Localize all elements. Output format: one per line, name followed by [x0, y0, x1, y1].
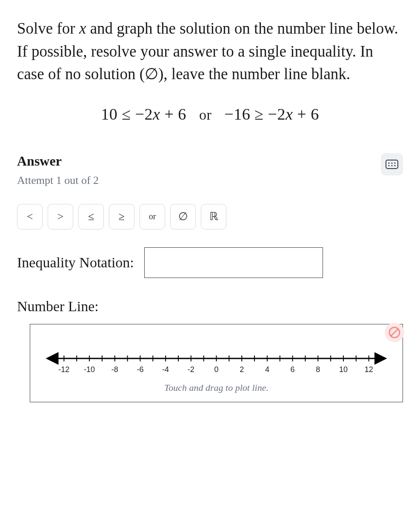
- inequality-label: Inequality Notation:: [17, 255, 134, 271]
- eq-part1: 10 ≤ −2: [101, 105, 153, 123]
- question-text: Solve for x and graph the solution on th…: [17, 17, 403, 86]
- eq-mid2: + 6: [293, 105, 319, 123]
- no-entry-icon: [388, 326, 401, 339]
- number-line-canvas[interactable]: -12-10-8-6-4-2024681012: [34, 341, 398, 380]
- eq-part2: −16 ≥ −2: [224, 105, 286, 123]
- reals-label: ℝ: [209, 210, 218, 223]
- attempt-counter: Attempt 1 out of 2: [17, 174, 99, 187]
- clear-number-line-button[interactable]: [385, 323, 404, 342]
- svg-point-1: [388, 162, 389, 163]
- greater-than-button[interactable]: >: [48, 204, 73, 229]
- svg-point-6: [394, 165, 395, 166]
- eq-or: or: [199, 107, 211, 123]
- tick-label: 10: [339, 365, 348, 374]
- gt-label: >: [57, 210, 64, 223]
- less-than-button[interactable]: <: [17, 204, 43, 229]
- answer-title: Answer: [17, 153, 99, 169]
- keypad-icon: [386, 160, 398, 169]
- eq-mid1: + 6: [160, 105, 186, 123]
- svg-line-8: [391, 329, 398, 336]
- tick-label: 0: [214, 365, 218, 374]
- inequality-row: Inequality Notation:: [17, 247, 403, 278]
- number-line-label: Number Line:: [17, 298, 403, 315]
- or-label: or: [149, 212, 156, 221]
- lt-label: <: [27, 210, 33, 223]
- tick-label: -6: [137, 365, 143, 374]
- ge-label: ≥: [119, 210, 125, 223]
- le-label: ≤: [88, 210, 94, 223]
- tick-label: 12: [365, 365, 373, 374]
- svg-point-2: [391, 162, 392, 163]
- less-equal-button[interactable]: ≤: [78, 204, 104, 229]
- tick-label: -12: [58, 365, 69, 374]
- number-line-frame: -12-10-8-6-4-2024681012 Touch and drag t…: [30, 324, 403, 402]
- eq-var2: x: [286, 105, 293, 123]
- svg-rect-0: [386, 160, 398, 169]
- reals-button[interactable]: ℝ: [201, 204, 226, 229]
- tick-label: 2: [240, 365, 244, 374]
- svg-point-3: [394, 162, 395, 163]
- tick-label: -10: [84, 365, 95, 374]
- greater-equal-button[interactable]: ≥: [109, 204, 134, 229]
- tick-label: -4: [162, 365, 169, 374]
- question-var-x: x: [79, 20, 86, 37]
- tick-label: -8: [111, 365, 118, 374]
- number-line-caption: Touch and drag to plot line.: [34, 382, 398, 393]
- keypad-button[interactable]: [381, 153, 403, 175]
- tick-label: 6: [291, 365, 295, 374]
- svg-point-4: [388, 165, 389, 166]
- symbol-toolbar: < > ≤ ≥ or ∅ ℝ: [17, 204, 403, 229]
- answer-header: Answer Attempt 1 out of 2: [17, 153, 403, 204]
- tick-label: 8: [316, 365, 320, 374]
- inequality-input[interactable]: [144, 247, 323, 278]
- eq-var1: x: [153, 105, 160, 123]
- equation: 10 ≤ −2x + 6 or −16 ≥ −2x + 6: [17, 105, 403, 123]
- question-pre: Solve for: [17, 20, 79, 37]
- or-button[interactable]: or: [140, 204, 165, 229]
- empty-set-button[interactable]: ∅: [170, 204, 196, 229]
- tick-label: -2: [188, 365, 194, 374]
- empty-label: ∅: [178, 210, 188, 223]
- tick-label: 4: [265, 365, 269, 374]
- svg-point-5: [391, 165, 392, 166]
